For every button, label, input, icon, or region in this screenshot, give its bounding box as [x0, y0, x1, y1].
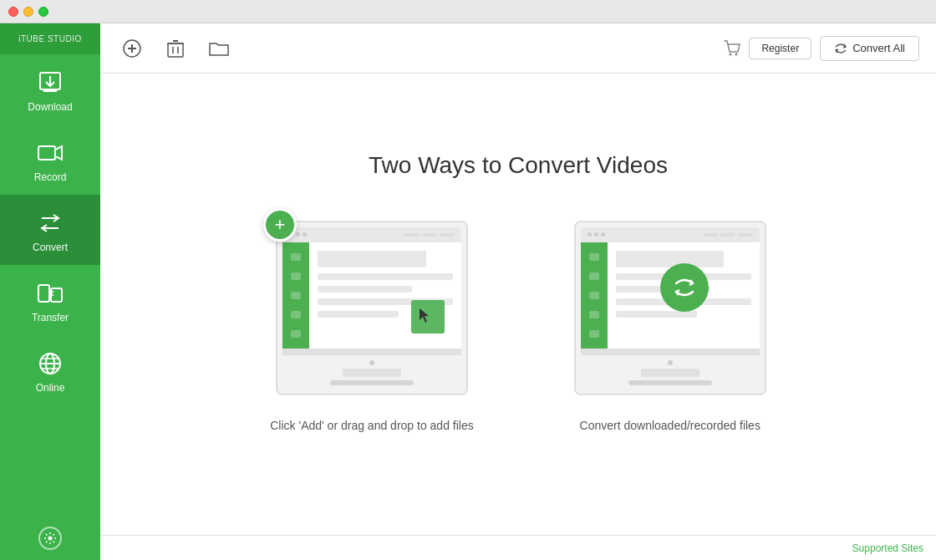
page-title: Two Ways to Convert Videos [369, 152, 668, 179]
svg-marker-24 [420, 308, 429, 323]
settings-icon[interactable] [38, 527, 62, 550]
record-icon [37, 140, 64, 166]
sidebar-item-online[interactable]: Online [0, 335, 100, 405]
toolbar-right: Register Convert All [724, 36, 919, 61]
toolbar: Register Convert All [100, 23, 936, 74]
folder-button[interactable] [204, 33, 234, 64]
cart-icon[interactable] [724, 40, 740, 57]
illustration-add-caption: Click 'Add' or drag and drop to add file… [270, 419, 473, 432]
svg-point-22 [730, 53, 732, 55]
maximize-button[interactable] [38, 7, 48, 17]
sidebar-download-label: Download [28, 101, 72, 113]
sidebar-item-convert[interactable]: Convert [0, 195, 100, 265]
app-logo-text: iTUBE STUDIO [0, 33, 100, 44]
delete-button[interactable] [160, 33, 191, 64]
svg-rect-5 [38, 285, 49, 302]
illustration-convert-files: Convert downloaded/recorded files [574, 221, 766, 432]
sidebar-record-label: Record [34, 171, 67, 183]
convert-icon [37, 210, 64, 237]
minimize-button[interactable] [23, 7, 33, 17]
close-button[interactable] [8, 7, 18, 17]
convert-all-label: Convert All [852, 42, 905, 54]
svg-rect-3 [38, 146, 55, 160]
svg-point-13 [48, 537, 53, 541]
sidebar-convert-label: Convert [33, 242, 68, 253]
title-bar [0, 0, 936, 23]
register-button[interactable]: Register [749, 38, 811, 59]
traffic-lights [8, 7, 48, 17]
illustration-add-files: + [270, 221, 473, 432]
add-circle-icon: + [263, 208, 297, 242]
add-button[interactable] [117, 33, 147, 64]
svg-point-23 [735, 53, 738, 55]
main-content: Two Ways to Convert Videos + [100, 74, 936, 535]
svg-marker-4 [55, 146, 62, 160]
sidebar: iTUBE STUDIO Download Reco [0, 23, 100, 560]
online-icon [37, 350, 64, 377]
app-logo: iTUBE STUDIO [0, 23, 100, 54]
sidebar-item-record[interactable]: Record [0, 125, 100, 195]
illustrations: + [270, 221, 766, 432]
svg-rect-17 [168, 43, 183, 57]
convert-all-button[interactable]: Convert All [820, 36, 919, 61]
convert-all-icon [834, 42, 847, 55]
sidebar-transfer-label: Transfer [32, 312, 69, 323]
transfer-icon [37, 280, 64, 307]
sidebar-bottom [0, 527, 100, 560]
app-container: iTUBE STUDIO Download Reco [0, 23, 936, 560]
convert-circle-icon [660, 263, 709, 312]
sidebar-online-label: Online [36, 382, 65, 394]
supported-sites-link[interactable]: Supported Sites [852, 542, 923, 554]
illustration-convert-caption: Convert downloaded/recorded files [580, 419, 760, 432]
download-icon [37, 69, 64, 96]
cursor-icon [420, 308, 430, 323]
film-strip-1 [282, 242, 309, 349]
main-area: Register Convert All Two Ways to Convert… [100, 23, 936, 560]
sidebar-item-transfer[interactable]: Transfer [0, 265, 100, 335]
film-strip-2 [581, 242, 608, 349]
footer: Supported Sites [100, 535, 936, 560]
sidebar-item-download[interactable]: Download [0, 54, 100, 125]
